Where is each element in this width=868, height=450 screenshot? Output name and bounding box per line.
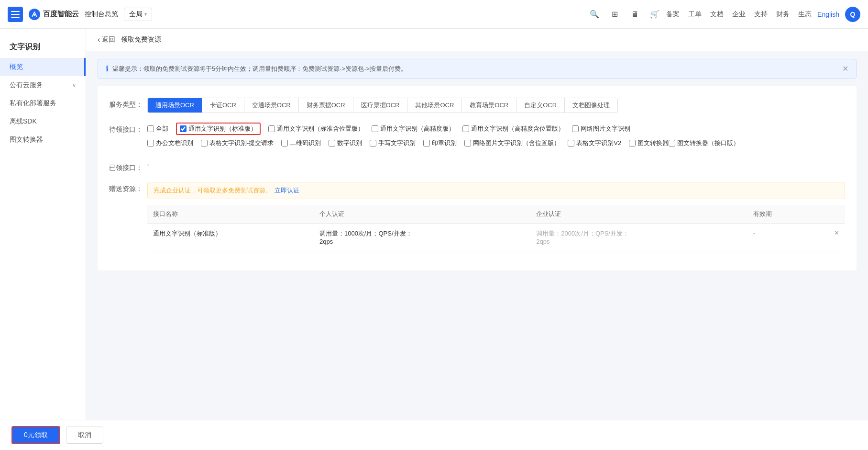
checkbox-general-hd-position-input[interactable]: [462, 125, 469, 132]
pending-interface-label: 待领接口：: [109, 123, 147, 134]
checkbox-digit-input[interactable]: [329, 140, 335, 146]
confirm-button[interactable]: 0元领取: [11, 426, 60, 444]
nav-link-beian[interactable]: 备案: [666, 10, 680, 19]
nav-link-shengtai[interactable]: 生态: [798, 10, 812, 19]
cart-icon[interactable]: 🛒: [649, 9, 660, 20]
tab-other-ocr[interactable]: 其他场景OCR: [407, 98, 462, 112]
checkbox-general-standard-input[interactable]: [180, 125, 187, 132]
sidebar-item-offline-sdk[interactable]: 离线SDK: [0, 112, 86, 131]
checkbox-general-hd-position[interactable]: 通用文字识别（高精度含位置版）: [462, 124, 564, 133]
hamburger-button[interactable]: [8, 7, 23, 22]
sidebar-item-overview-label: 概览: [10, 63, 23, 71]
nav-link-qiye[interactable]: 企业: [732, 10, 746, 19]
gift-label: 赠送资源：: [109, 182, 147, 193]
sidebar: 文字识别 概览 公有云服务 ∨ 私有化部署服务 离线SDK 图文转换器: [0, 29, 86, 450]
table-cell-personal: 调用量：1000次/月；QPS/并发：2qps: [314, 224, 530, 251]
checkbox-general-hd[interactable]: 通用文字识别（高精度版）: [372, 124, 455, 133]
language-english[interactable]: English: [817, 11, 839, 18]
checkbox-doc-converter-api-input[interactable]: [669, 140, 675, 146]
tab-card-ocr[interactable]: 卡证OCR: [202, 98, 244, 112]
tab-medical-ocr[interactable]: 医疗票据OCR: [353, 98, 408, 112]
alert-close-button[interactable]: ✕: [842, 64, 848, 73]
bottom-bar: 0元领取 取消: [0, 420, 868, 450]
search-icon[interactable]: 🔍: [589, 9, 600, 20]
checkbox-general-standard-position-input[interactable]: [268, 125, 275, 132]
gift-notice-link[interactable]: 立即认证: [275, 186, 299, 195]
sidebar-item-doc-converter-label: 图文转换器: [10, 135, 43, 144]
sidebar-item-private-deploy-label: 私有化部署服务: [10, 99, 56, 108]
checkbox-all-input[interactable]: [147, 125, 154, 132]
checkbox-web-image-input[interactable]: [572, 125, 579, 132]
checkbox-web-image-position-label: 网络图片文字识别（含位置版）: [473, 139, 560, 147]
page-title: 领取免费资源: [121, 35, 161, 44]
checkbox-seal-input[interactable]: [423, 140, 430, 146]
table-row-close-button[interactable]: ✕: [810, 224, 845, 251]
region-selector[interactable]: 全局 ▾: [124, 8, 152, 21]
checkbox-doc-converter-api[interactable]: 图文转换器（接口版）: [669, 139, 739, 147]
sidebar-item-offline-sdk-label: 离线SDK: [10, 117, 37, 126]
logo-text: 百度智能云: [43, 10, 79, 19]
checkbox-general-hd-position-label: 通用文字识别（高精度含位置版）: [471, 124, 564, 133]
checkbox-office-doc[interactable]: 办公文档识别: [147, 139, 193, 147]
checkbox-general-standard-position[interactable]: 通用文字识别（标准含位置版）: [268, 124, 364, 133]
checkbox-doc-converter-label: 图文转换器: [637, 139, 669, 147]
checkbox-all[interactable]: 全部: [147, 124, 168, 133]
checkbox-web-image-position-input[interactable]: [464, 140, 471, 146]
claimed-interface-value: -: [147, 161, 150, 169]
claimed-interface-label: 已领接口：: [109, 161, 147, 172]
checkbox-qrcode-input[interactable]: [281, 140, 288, 146]
sidebar-item-overview[interactable]: 概览: [0, 58, 86, 76]
checkbox-doc-converter[interactable]: 图文转换器: [629, 139, 669, 147]
checkbox-general-hd-input[interactable]: [372, 125, 378, 132]
tab-general-ocr[interactable]: 通用场景OCR: [148, 98, 202, 112]
table-cell-validity: -: [747, 224, 810, 251]
checkbox-handwriting[interactable]: 手写文字识别: [370, 139, 416, 147]
checkbox-general-hd-label: 通用文字识别（高精度版）: [380, 124, 455, 133]
page-header: ‹ 返回 领取免费资源: [86, 29, 868, 51]
checkbox-seal[interactable]: 印章识别: [423, 139, 457, 147]
checkbox-line-1: 全部 通用文字识别（标准版） 通用文字识别（标准含位置版）: [147, 123, 630, 135]
table-header-name: 接口名称: [147, 205, 314, 224]
cancel-button[interactable]: 取消: [66, 427, 103, 444]
checkbox-group: 全部 通用文字识别（标准版） 通用文字识别（标准含位置版）: [147, 123, 845, 151]
back-button[interactable]: ‹ 返回: [98, 35, 115, 44]
sidebar-item-public-cloud[interactable]: 公有云服务 ∨: [0, 76, 86, 94]
nav-link-wendang[interactable]: 文档: [710, 10, 724, 19]
checkbox-handwriting-input[interactable]: [370, 140, 376, 146]
tab-finance-ocr[interactable]: 财务票据OCR: [299, 98, 353, 112]
sidebar-item-private-deploy[interactable]: 私有化部署服务: [0, 94, 86, 112]
nav-link-zhichi[interactable]: 支持: [754, 10, 768, 19]
chevron-down-icon: ∨: [72, 82, 76, 89]
control-overview[interactable]: 控制台总览: [85, 10, 118, 19]
user-avatar[interactable]: Q: [845, 7, 860, 22]
sidebar-title: 文字识别: [0, 38, 86, 58]
grid-icon[interactable]: ⊞: [609, 9, 620, 20]
checkbox-table-submit[interactable]: 表格文字识别-提交请求: [201, 139, 274, 147]
service-type-row: 服务类型： 通用场景OCR 卡证OCR 交通场景OCR 财务票据OCR 医疗票据…: [109, 98, 845, 113]
checkbox-general-standard[interactable]: 通用文字识别（标准版）: [176, 123, 261, 135]
checkbox-office-doc-input[interactable]: [147, 140, 154, 146]
checkbox-doc-converter-input[interactable]: [629, 140, 636, 146]
checkbox-digit[interactable]: 数字识别: [329, 139, 362, 147]
top-nav: 百度智能云 控制台总览 全局 ▾ 🔍 ⊞ 🖥 🛒 备案 工单 文档 企业 支持 …: [0, 0, 868, 29]
svg-point-1: [33, 14, 35, 16]
tab-traffic-ocr[interactable]: 交通场景OCR: [244, 98, 299, 112]
main-content-area: ‹ 返回 领取免费资源 ℹ 温馨提示：领取的免费测试资源将于5分钟内生效；调用量…: [86, 29, 868, 450]
checkbox-web-image-position[interactable]: 网络图片文字识别（含位置版）: [464, 139, 560, 147]
resource-table: 接口名称 个人认证 企业认证 有效期 通用文字识别（标准版）: [147, 205, 845, 251]
tab-doc-image[interactable]: 文档图像处理: [565, 98, 617, 112]
checkbox-table-v2[interactable]: 表格文字识别V2: [568, 139, 621, 147]
checkbox-table-v2-input[interactable]: [568, 140, 574, 146]
checkbox-handwriting-label: 手写文字识别: [378, 139, 416, 147]
nav-link-caiwu[interactable]: 财务: [776, 10, 790, 19]
checkbox-table-submit-input[interactable]: [201, 140, 208, 146]
tab-education-ocr[interactable]: 教育场景OCR: [462, 98, 516, 112]
region-text: 全局: [129, 10, 143, 19]
nav-link-gongdan[interactable]: 工单: [688, 10, 702, 19]
checkbox-web-image[interactable]: 网络图片文字识别: [572, 124, 630, 133]
sidebar-item-doc-converter[interactable]: 图文转换器: [0, 131, 86, 149]
monitor-icon[interactable]: 🖥: [629, 9, 640, 20]
gift-notice: 完成企业认证，可领取更多免费测试资源。 立即认证: [147, 182, 845, 199]
tab-custom-ocr[interactable]: 自定义OCR: [516, 98, 565, 112]
checkbox-qrcode[interactable]: 二维码识别: [281, 139, 321, 147]
